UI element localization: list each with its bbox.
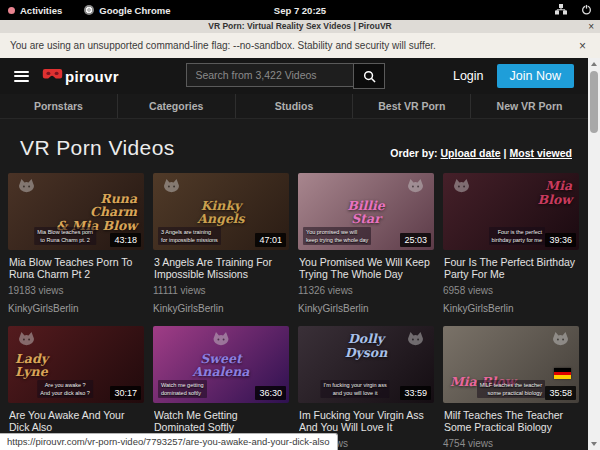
duration-badge: 25:03 — [400, 233, 431, 247]
studio-cat-mask-watermark-icon — [405, 177, 426, 200]
video-studio-link[interactable]: KinkyGirlsBerlin — [8, 303, 144, 314]
activities-button[interactable]: Activities — [8, 5, 62, 16]
video-thumbnail[interactable]: Mia Blow MILF teaches the teacher some p… — [443, 326, 579, 403]
search-icon — [363, 70, 376, 83]
thumbnail-overlay-name: Sweet Analena — [193, 351, 250, 378]
video-title[interactable]: Milf Teaches The Teacher Some Practical … — [444, 409, 578, 433]
video-thumbnail[interactable]: Sweet Analena Watch me getting dominated… — [153, 326, 289, 403]
duration-badge: 35:58 — [545, 386, 576, 400]
system-top-bar: Activities Google Chrome Sep 7 20:25 — [0, 0, 600, 20]
video-thumbnail[interactable]: Kinky Angels 3 Angels are training for i… — [153, 173, 289, 250]
page-title: VR Porn Videos — [20, 133, 175, 163]
infobar-message: You are using an unsupported command-lin… — [10, 40, 436, 51]
search-button[interactable] — [353, 63, 385, 89]
video-views: 19183 views — [8, 285, 144, 296]
video-studio-link[interactable]: KinkyGirlsBerlin — [298, 303, 434, 314]
video-thumbnail[interactable]: Lady Lyne Are you awake ? And your dick … — [8, 326, 144, 403]
video-thumbnail[interactable]: Dolly Dyson I'm fucking your virgin ass … — [298, 326, 434, 403]
video-title[interactable]: 3 Angels Are Training For Impossible Mis… — [154, 256, 288, 280]
browser-tab-bar: VR Porn: Virtual Reality Sex Videos | Pi… — [0, 20, 600, 33]
video-studio-link[interactable]: KinkyGirlsBerlin — [153, 303, 289, 314]
nav-item-new-vr-porn[interactable]: New VR Porn — [470, 94, 588, 118]
video-card[interactable]: Sweet Analena Watch me getting dominated… — [153, 326, 289, 450]
main-nav: Pornstars Categories Studios Best VR Por… — [0, 94, 588, 119]
scrollbar-thumb[interactable] — [590, 71, 598, 133]
studio-cat-mask-watermark-icon — [550, 330, 571, 353]
thumbnail-caption: Watch me getting dominated softly — [158, 380, 207, 399]
video-card[interactable]: Mia Blow MILF teaches the teacher some p… — [443, 326, 579, 450]
scrollbar-up-arrow-icon[interactable] — [588, 58, 600, 70]
duration-badge: 36:30 — [255, 386, 286, 400]
video-title[interactable]: Im Fucking Your Virgin Ass And You Will … — [299, 409, 433, 433]
order-by-controls: Order by: Upload date|Most viewed — [390, 147, 572, 163]
infobar-close-icon[interactable]: × — [579, 39, 586, 53]
order-link-most-viewed[interactable]: Most viewed — [510, 147, 572, 159]
video-card[interactable]: Mia Blow Four is the perfect birthday pa… — [443, 173, 579, 314]
activities-label: Activities — [20, 5, 62, 16]
page-scrollbar[interactable] — [588, 58, 600, 450]
logo-text: pirouvr — [65, 68, 119, 85]
site-logo[interactable]: pirouvr — [42, 67, 119, 85]
video-thumbnail[interactable]: Billie Star You promised we will keep tr… — [298, 173, 434, 250]
nav-item-studios[interactable]: Studios — [235, 94, 353, 118]
site-header: pirouvr Login Join Now — [0, 58, 588, 94]
german-flag-icon — [554, 368, 571, 379]
activities-dot-icon — [8, 7, 15, 14]
video-views: 11111 views — [153, 285, 289, 296]
thumbnail-overlay-name: Dolly Dyson — [345, 332, 388, 359]
studio-cat-mask-watermark-icon — [405, 330, 426, 353]
tab-title[interactable]: VR Porn: Virtual Reality Sex Videos | Pi… — [208, 21, 391, 31]
thumbnail-overlay-name: Lady Lyne — [15, 351, 48, 378]
join-now-button[interactable]: Join Now — [497, 64, 574, 88]
thumbnail-caption: Mia Blow teaches porn to Runa Charm pt. … — [34, 227, 96, 246]
hamburger-menu-icon[interactable] — [14, 71, 29, 82]
scrollbar-down-arrow-icon[interactable] — [588, 438, 600, 450]
nav-item-categories[interactable]: Categories — [117, 94, 235, 118]
studio-cat-mask-watermark-icon — [451, 177, 472, 200]
network-icon[interactable] — [555, 4, 567, 17]
chrome-icon — [84, 5, 94, 15]
video-grid: Runa Charm & Mia Blow Mia Blow teaches p… — [0, 173, 588, 450]
thumbnail-caption: MILF teaches the teacher some practical … — [477, 380, 545, 399]
video-card[interactable]: Billie Star You promised we will keep tr… — [298, 173, 434, 314]
login-link[interactable]: Login — [453, 69, 484, 83]
studio-cat-mask-watermark-icon — [16, 177, 37, 200]
video-thumbnail[interactable]: Runa Charm & Mia Blow Mia Blow teaches p… — [8, 173, 144, 250]
app-indicator[interactable]: Google Chrome — [84, 5, 170, 16]
duration-badge: 30:17 — [110, 386, 141, 400]
tab-close-icon[interactable]: × — [588, 20, 594, 33]
video-views: 11326 views — [298, 285, 434, 296]
search-input[interactable] — [186, 63, 353, 87]
video-studio-link[interactable]: KinkyGirlsBerlin — [443, 303, 579, 314]
video-card[interactable]: Dolly Dyson I'm fucking your virgin ass … — [298, 326, 434, 450]
order-by-label: Order by: — [390, 147, 437, 159]
duration-badge: 39:36 — [545, 233, 576, 247]
app-label: Google Chrome — [99, 5, 170, 16]
video-thumbnail[interactable]: Mia Blow Four is the perfect birthday pa… — [443, 173, 579, 250]
thumbnail-caption: Four is the perfect birthday party for m… — [489, 227, 545, 246]
duration-badge: 47:01 — [255, 233, 286, 247]
thumbnail-caption: 3 Angels are training for impossible mis… — [158, 227, 221, 246]
video-card[interactable]: Runa Charm & Mia Blow Mia Blow teaches p… — [8, 173, 144, 314]
thumbnail-overlay-name: Kinky Angels — [197, 198, 244, 225]
duration-badge: 33:59 — [400, 386, 431, 400]
studio-cat-mask-watermark-icon — [161, 177, 182, 200]
order-separator: | — [504, 147, 507, 159]
video-views: 4754 views — [443, 438, 579, 449]
power-icon[interactable] — [581, 4, 592, 17]
video-title[interactable]: Four Is The Perfect Birthday Party For M… — [444, 256, 578, 280]
vr-headset-icon — [42, 67, 63, 85]
video-views: 6958 views — [443, 285, 579, 296]
video-card[interactable]: Kinky Angels 3 Angels are training for i… — [153, 173, 289, 314]
page-content: pirouvr Login Join Now Pornstars Categor… — [0, 58, 588, 450]
nav-item-pornstars[interactable]: Pornstars — [0, 94, 117, 118]
video-title[interactable]: You Promised We Will Keep Trying The Who… — [299, 256, 433, 280]
video-title[interactable]: Are You Awake And Your Dick Also — [9, 409, 143, 433]
video-card[interactable]: Lady Lyne Are you awake ? And your dick … — [8, 326, 144, 450]
nav-item-best-vr-porn[interactable]: Best VR Porn — [352, 94, 470, 118]
search-bar — [186, 63, 385, 89]
video-title[interactable]: Mia Blow Teaches Porn To Runa Charm Pt 2 — [9, 256, 143, 280]
order-link-upload-date[interactable]: Upload date — [441, 147, 501, 159]
duration-badge: 43:18 — [110, 233, 141, 247]
video-title[interactable]: Watch Me Getting Dominated Softly — [154, 409, 288, 433]
